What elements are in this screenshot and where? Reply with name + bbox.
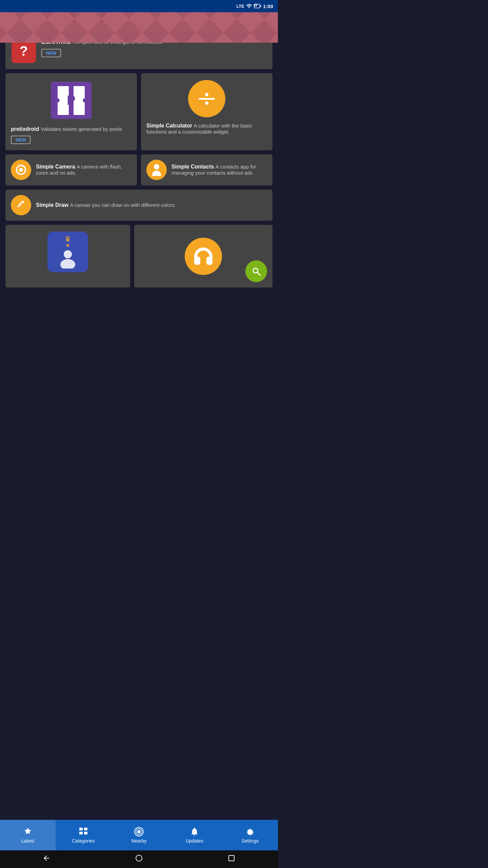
camera-name: Simple Camera [36, 164, 77, 170]
app-grid-row-2: Simple Camera A camera with flash, zoom … [5, 154, 272, 185]
svg-point-5 [60, 259, 75, 269]
header-background [0, 12, 278, 43]
divide-dot-bottom [205, 101, 208, 105]
divide-symbol [199, 93, 215, 105]
contacts-icon [146, 160, 167, 180]
simple-draw-card[interactable]: Simple Draw A canvas you can draw on wit… [5, 190, 272, 221]
fdroid-icon: ♛ ★ [47, 232, 88, 272]
svg-point-3 [19, 168, 23, 172]
svg-rect-1 [260, 5, 261, 7]
headphones-icon-circle [185, 238, 222, 275]
pencil-icon [16, 200, 26, 210]
calculator-name: Simple Calculator [146, 123, 194, 129]
app-grid-row-1: P pretixdroid Validates tickets generate… [5, 73, 272, 150]
calculator-icon-wrapper [146, 80, 267, 117]
main-content: ? LibreTrivia An open source trivia game… [0, 33, 278, 346]
person-head [154, 164, 159, 170]
stars-icon: ★ [65, 243, 70, 248]
audio-app-card[interactable] [134, 225, 272, 288]
draw-desc: A canvas you can draw on with different … [70, 202, 176, 208]
status-icons: LTE 1:00 [236, 3, 273, 9]
person-icon [152, 164, 161, 176]
pretixdroid-text: pretixdroid Validates tickets generated … [11, 126, 122, 132]
pretixdroid-icon-wrapper: P [11, 80, 131, 121]
pretixdroid-badge[interactable]: NEW [11, 136, 30, 144]
simple-calculator-card[interactable]: Simple Calculator A calculator with the … [141, 73, 272, 150]
search-fab-icon [251, 266, 262, 277]
camera-text: Simple Camera A camera with flash, zoom … [36, 164, 131, 176]
pretixdroid-desc: Validates tickets generated by pretix [41, 126, 122, 132]
fdroid-app-card[interactable]: ♛ ★ [5, 225, 130, 288]
headphones-svg-icon [193, 247, 214, 265]
lte-icon: LTE [236, 4, 244, 9]
camera-shutter-icon [15, 164, 27, 176]
partial-app-row: ♛ ★ [5, 225, 272, 288]
draw-text: Simple Draw A canvas you can draw on wit… [36, 202, 267, 208]
person-body [152, 171, 161, 176]
divide-dot-top [205, 93, 208, 96]
simple-camera-card[interactable]: Simple Camera A camera with flash, zoom … [5, 154, 137, 185]
draw-icon [11, 195, 31, 215]
camera-icon [11, 160, 31, 180]
contacts-name: Simple Contacts [171, 164, 216, 170]
pretix-inner: P [58, 86, 85, 115]
calculator-text: Simple Calculator A calculator with the … [146, 123, 267, 135]
clock: 1:00 [263, 3, 273, 9]
crown-person-icon: ♛ ★ [58, 235, 78, 269]
draw-name: Simple Draw [36, 202, 70, 208]
svg-line-7 [257, 272, 260, 275]
pretixdroid-name: pretixdroid [11, 126, 41, 132]
question-mark-icon: ? [20, 43, 28, 59]
pretix-letter: P [67, 93, 75, 108]
calculator-icon [188, 80, 225, 117]
contacts-text: Simple Contacts A contacts app for manag… [171, 164, 267, 176]
simple-contacts-card[interactable]: Simple Contacts A contacts app for manag… [141, 154, 272, 185]
divide-line [199, 98, 215, 100]
battery-icon [254, 3, 261, 9]
signal-icon [246, 3, 252, 9]
featured-new-badge[interactable]: NEW [41, 49, 61, 57]
status-bar: LTE 1:00 [0, 0, 278, 12]
crown-icon: ♛ [64, 235, 71, 243]
pretixdroid-card[interactable]: P pretixdroid Validates tickets generate… [5, 73, 137, 150]
pretix-icon: P [51, 82, 92, 119]
person-figure-icon [58, 248, 78, 269]
fdroid-card-inner: ♛ ★ [5, 225, 130, 272]
search-fab[interactable] [245, 260, 267, 282]
svg-point-4 [64, 250, 72, 258]
